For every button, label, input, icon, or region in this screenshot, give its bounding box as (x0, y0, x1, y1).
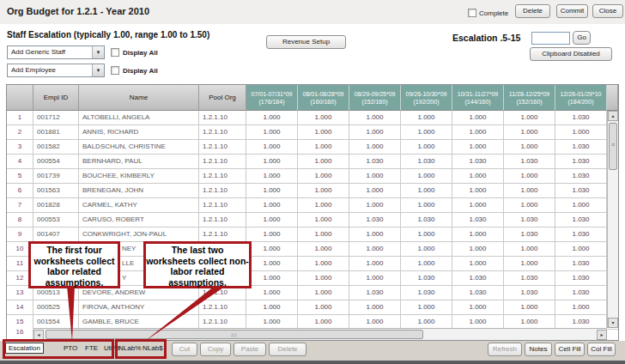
value-cell[interactable]: 1.000 (504, 111, 555, 124)
revenue-setup-button[interactable]: Revenue Setup (266, 35, 346, 49)
value-cell[interactable]: 1.000 (246, 125, 298, 139)
value-cell[interactable]: 1.000 (504, 198, 555, 212)
value-cell[interactable]: 1.000 (246, 300, 298, 314)
value-cell[interactable]: 1.030 (504, 286, 555, 300)
value-cell[interactable]: 1.030 (452, 155, 504, 168)
escalation-input[interactable] (531, 32, 570, 45)
value-cell[interactable]: 1.030 (555, 213, 607, 227)
value-cell[interactable]: 1.030 (555, 228, 607, 241)
delete-cells-button[interactable]: Delete (269, 343, 306, 356)
value-cell[interactable]: 1.000 (401, 242, 452, 256)
value-cell[interactable]: 1.000 (298, 315, 349, 329)
value-cell[interactable]: 1.000 (504, 140, 555, 154)
scroll-right-icon[interactable]: ▸ (597, 330, 607, 340)
value-cell[interactable]: 1.030 (555, 315, 607, 329)
value-cell[interactable]: 1.000 (504, 315, 555, 329)
value-cell[interactable]: 1.030 (452, 213, 504, 227)
value-cell[interactable]: 1.030 (555, 169, 607, 183)
add-generic-staff-dropdown[interactable]: Add Generic Staff ▼ (7, 46, 105, 59)
value-cell[interactable]: 1.000 (504, 257, 555, 270)
value-cell[interactable]: 1.030 (555, 111, 607, 124)
value-cell[interactable]: 1.000 (401, 257, 452, 270)
value-cell[interactable]: 1.000 (298, 257, 349, 270)
add-employee-dropdown[interactable]: Add Employee ▼ (7, 64, 105, 77)
value-cell[interactable]: 1.000 (246, 242, 298, 256)
value-cell[interactable]: 1.030 (555, 257, 607, 270)
horizontal-scroll-thumb[interactable]: ||| (46, 330, 423, 339)
value-cell[interactable]: 1.000 (452, 111, 504, 124)
value-cell[interactable]: 1.000 (504, 300, 555, 314)
value-cell[interactable]: 1.000 (401, 315, 452, 329)
vertical-scrollbar[interactable]: ▴ ≡ ▾ (607, 111, 618, 328)
value-cell[interactable]: 1.000 (555, 300, 607, 314)
value-cell[interactable]: 1.000 (246, 315, 298, 329)
value-cell[interactable]: 1.030 (349, 213, 401, 227)
col-fill-button[interactable]: Col Fill (587, 343, 616, 356)
value-cell[interactable]: 1.000 (401, 184, 452, 197)
value-cell[interactable]: 1.000 (401, 228, 452, 241)
value-cell[interactable]: 1.000 (246, 140, 298, 154)
value-cell[interactable]: 1.000 (401, 111, 452, 124)
value-cell[interactable]: 1.000 (246, 111, 298, 124)
value-cell[interactable]: 1.000 (401, 140, 452, 154)
value-cell[interactable]: 1.000 (452, 315, 504, 329)
value-cell[interactable]: 1.000 (298, 228, 349, 241)
value-cell[interactable]: 1.000 (246, 169, 298, 183)
value-cell[interactable]: 1.000 (349, 257, 401, 270)
value-cell[interactable]: 1.000 (246, 213, 298, 227)
value-cell[interactable]: 1.030 (452, 286, 504, 300)
value-cell[interactable]: 1.000 (349, 140, 401, 154)
value-cell[interactable]: 1.000 (298, 213, 349, 227)
value-cell[interactable]: 1.030 (555, 155, 607, 168)
complete-checkbox[interactable] (468, 9, 476, 17)
value-cell[interactable]: 1.000 (452, 300, 504, 314)
delete-button[interactable]: Delete (515, 4, 550, 18)
value-cell[interactable]: 1.000 (504, 169, 555, 183)
value-cell[interactable]: 1.000 (298, 125, 349, 139)
value-cell[interactable]: 1.030 (401, 271, 452, 285)
go-button[interactable]: Go (573, 31, 591, 45)
value-cell[interactable]: 1.000 (246, 155, 298, 168)
value-cell[interactable]: 1.000 (298, 111, 349, 124)
scroll-up-icon[interactable]: ▴ (608, 111, 618, 121)
value-cell[interactable]: 1.000 (298, 198, 349, 212)
value-cell[interactable]: 1.000 (401, 300, 452, 314)
vertical-scroll-thumb[interactable]: ≡ (609, 123, 617, 170)
value-cell[interactable]: 1.000 (246, 271, 298, 285)
value-cell[interactable]: 1.000 (504, 242, 555, 256)
value-cell[interactable]: 1.000 (246, 184, 298, 197)
value-cell[interactable]: 1.030 (504, 228, 555, 241)
value-cell[interactable]: 1.030 (401, 213, 452, 227)
value-cell[interactable]: 1.000 (401, 198, 452, 212)
value-cell[interactable]: 1.000 (298, 300, 349, 314)
value-cell[interactable]: 1.000 (452, 169, 504, 183)
value-cell[interactable]: 1.030 (401, 155, 452, 168)
cell-fill-button[interactable]: Cell Fill (555, 343, 585, 356)
value-cell[interactable]: 1.000 (349, 125, 401, 139)
value-cell[interactable]: 1.000 (298, 286, 349, 300)
paste-button[interactable]: Paste (234, 343, 266, 356)
value-cell[interactable]: 1.000 (349, 271, 401, 285)
value-cell[interactable]: 1.030 (555, 271, 607, 285)
value-cell[interactable]: 1.000 (349, 111, 401, 124)
notes-button[interactable]: Notes (525, 343, 552, 356)
value-cell[interactable]: 1.000 (349, 184, 401, 197)
value-cell[interactable]: 1.000 (555, 125, 607, 139)
value-cell[interactable]: 1.000 (246, 198, 298, 212)
value-cell[interactable]: 1.000 (504, 184, 555, 197)
value-cell[interactable]: 1.000 (349, 300, 401, 314)
copy-button[interactable]: Copy (200, 343, 231, 356)
value-cell[interactable]: 1.030 (349, 155, 401, 168)
value-cell[interactable]: 1.000 (452, 257, 504, 270)
value-cell[interactable]: 1.000 (452, 198, 504, 212)
value-cell[interactable]: 1.000 (452, 125, 504, 139)
cut-button[interactable]: Cut (172, 343, 197, 356)
value-cell[interactable]: 1.000 (298, 140, 349, 154)
value-cell[interactable]: 1.000 (555, 198, 607, 212)
value-cell[interactable]: 1.000 (349, 242, 401, 256)
display-all-checkbox-1[interactable] (111, 48, 119, 57)
value-cell[interactable]: 1.030 (555, 184, 607, 197)
value-cell[interactable]: 1.000 (298, 242, 349, 256)
value-cell[interactable]: 1.030 (555, 286, 607, 300)
close-button[interactable]: Close (592, 4, 623, 18)
